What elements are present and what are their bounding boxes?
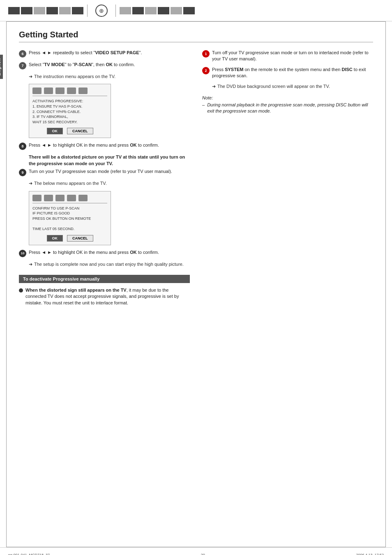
- dvd-icon-5: [78, 88, 88, 94]
- dvd-icon-1: [32, 88, 42, 94]
- dvd-icon-3: [55, 88, 65, 94]
- right-step-number-1: 1: [202, 50, 210, 58]
- page-content: Getting Started 6 Press ◄ ► repeatedly t…: [7, 22, 385, 327]
- dvd-icon-m2-2: [44, 195, 53, 201]
- dvd-icon-2: [44, 88, 53, 94]
- left-column: 6 Press ◄ ► repeatedly to select "VIDEO …: [19, 50, 190, 310]
- arrow-text-1: The instruction menu appears on the TV.: [34, 74, 115, 80]
- step-number-9: 9: [19, 169, 26, 176]
- bar-seg: [158, 7, 169, 14]
- step-6: 6 Press ◄ ► repeatedly to select "VIDEO …: [19, 50, 190, 58]
- step-number-8: 8: [19, 143, 26, 150]
- dvd-buttons-2: OK CANCEL: [32, 235, 107, 242]
- arrow-note-3: ➜ The setup is complete now and you can …: [29, 261, 190, 267]
- right-arrow-text-1: The DVD blue background screen will appe…: [217, 83, 330, 90]
- right-column: 1 Turn off your TV progressive scan mode…: [202, 50, 373, 310]
- step-8-text: Press ◄ ► to highlight OK in the menu an…: [29, 142, 190, 148]
- step-10-text: Press ◄ ► to highlight OK in the menu an…: [29, 249, 190, 256]
- right-step-2: 2 Press SYSTEM on the remote to exit the…: [202, 67, 373, 79]
- note-title: Note:: [202, 95, 373, 100]
- ok-button-1[interactable]: OK: [47, 128, 63, 134]
- step-7-text: Select "TV MODE" to "P-SCAN", then OK to…: [29, 62, 190, 68]
- divider: [115, 5, 116, 17]
- step-number-7: 7: [19, 62, 26, 69]
- footer-center: 20: [201, 553, 205, 555]
- step-7: 7 Select "TV MODE" to "P-SCAN", then OK …: [19, 62, 190, 69]
- bar-seg: [183, 7, 195, 14]
- dvd-menu-text-1: ACTIVATING PROGRESSIVE: 1. ENSURE TV HAS…: [32, 99, 107, 124]
- bar-seg: [145, 7, 157, 14]
- step-10: 10 Press ◄ ► to highlight OK in the menu…: [19, 249, 190, 257]
- arrow-symbol-1: ➜: [29, 74, 32, 79]
- step-9: 9 Turn on your TV progressive scan mode …: [19, 168, 190, 176]
- arrow-note-2: ➜ The below menu appears on the TV.: [29, 180, 190, 187]
- bar-seg: [59, 7, 71, 14]
- arrow-note-1: ➜ The instruction menu appears on the TV…: [29, 74, 190, 80]
- arrow-symbol-2: ➜: [29, 181, 32, 186]
- compass-icon: ⊕: [95, 5, 108, 17]
- dvd-menu-1: ACTIVATING PROGRESSIVE: 1. ENSURE TV HAS…: [29, 84, 111, 138]
- top-bar-left: ⊕: [8, 5, 384, 17]
- bar-seg: [46, 7, 58, 14]
- dvd-icon-m2-5: [78, 195, 88, 201]
- step-number-6: 6: [19, 50, 26, 58]
- cancel-button-1[interactable]: CANCEL: [67, 128, 93, 134]
- note-dash-item: – During normal playback in the progress…: [202, 102, 373, 115]
- footer-left: pg 001-041_MCD718_37: [8, 553, 50, 555]
- bar-seg: [132, 7, 144, 14]
- bar-seg: [21, 7, 32, 14]
- note-dash-sym: –: [202, 102, 205, 115]
- deactivate-banner: To deactivate Progressive manually: [19, 275, 190, 283]
- dvd-menu-header-1: [32, 88, 107, 96]
- dvd-icon-m2-1: [32, 195, 42, 201]
- dvd-buttons-1: OK CANCEL: [32, 128, 107, 134]
- right-step-1-text: Turn off your TV progressive scan mode o…: [212, 50, 373, 62]
- step-8: 8 Press ◄ ► to highlight OK in the menu …: [19, 142, 190, 150]
- page-outer: English Getting Started 6 Press ◄ ► repe…: [6, 21, 386, 547]
- divider: [87, 5, 88, 17]
- arrow-text-3: The setup is complete now and you can st…: [34, 261, 184, 267]
- dvd-menu-header-2: [32, 195, 107, 203]
- footer-right: 2006.4.13, 17:52: [356, 553, 384, 555]
- arrow-symbol-3: ➜: [29, 262, 32, 267]
- dvd-icon-4: [67, 88, 76, 94]
- dvd-icon-m2-4: [67, 195, 76, 201]
- right-step-number-2: 2: [202, 67, 210, 74]
- bar-seg: [171, 7, 182, 14]
- language-tab: English: [0, 55, 3, 79]
- bar-seg: [120, 7, 131, 14]
- bullet-text-1: When the distorted sign still appears on…: [25, 287, 190, 306]
- note-section: Note: – During normal playback in the pr…: [202, 95, 373, 115]
- right-step-2-text: Press SYSTEM on the remote to exit the s…: [212, 67, 373, 79]
- bar-seg: [34, 7, 45, 14]
- warning-text: There will be a distorted picture on you…: [29, 154, 190, 167]
- page-title: Getting Started: [19, 30, 373, 42]
- dvd-menu-2: CONFIRM TO USE P-SCAN IF PICTURE IS GOOD…: [29, 191, 111, 245]
- step-number-10: 10: [19, 250, 26, 257]
- right-arrow-note-1: ➜ The DVD blue background screen will ap…: [212, 83, 373, 90]
- right-step-1: 1 Turn off your TV progressive scan mode…: [202, 50, 373, 62]
- bottom-bar: pg 001-041_MCD718_37 20 2006.4.13, 17:52: [0, 547, 392, 555]
- dvd-icon-m2-3: [55, 195, 65, 201]
- ok-button-2[interactable]: OK: [47, 235, 63, 242]
- bullet-item-1: When the distorted sign still appears on…: [19, 287, 190, 306]
- cancel-button-2[interactable]: CANCEL: [67, 235, 93, 242]
- bullet-circle-1: [19, 288, 23, 292]
- two-column-layout: 6 Press ◄ ► repeatedly to select "VIDEO …: [19, 50, 373, 310]
- top-bar: ⊕: [0, 0, 392, 21]
- right-arrow-symbol-1: ➜: [212, 84, 216, 89]
- step-9-text: Turn on your TV progressive scan mode (r…: [29, 168, 190, 175]
- bar-seg: [8, 7, 20, 14]
- dvd-menu-text-2: CONFIRM TO USE P-SCAN IF PICTURE IS GOOD…: [32, 206, 107, 232]
- note-dash-text: During normal playback in the progressiv…: [207, 102, 373, 115]
- bar-seg: [72, 7, 83, 14]
- arrow-text-2: The below menu appears on the TV.: [34, 180, 107, 187]
- step-6-text: Press ◄ ► repeatedly to select "VIDEO SE…: [29, 50, 190, 56]
